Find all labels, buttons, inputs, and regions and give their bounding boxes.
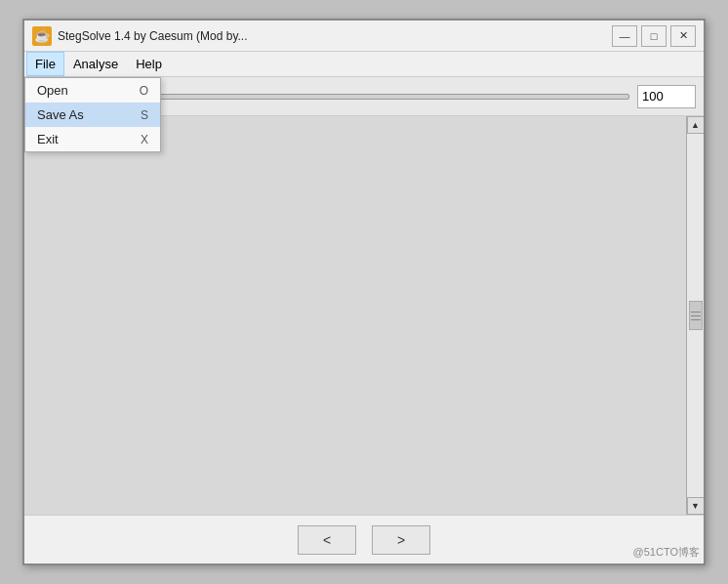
close-button[interactable]: ✕ — [670, 25, 696, 47]
maximize-button[interactable]: □ — [641, 25, 667, 47]
menu-file-saveas-shortcut: S — [141, 108, 148, 122]
scrollbar-track[interactable] — [687, 134, 704, 497]
minimize-button[interactable]: — — [612, 25, 637, 47]
main-window: ☕ StegSolve 1.4 by Caesum (Mod by... — □… — [22, 19, 706, 565]
scrollbar-line-3 — [691, 319, 701, 320]
menu-help[interactable]: Help — [127, 52, 171, 76]
content-area — [24, 116, 686, 515]
menu-file-saveas[interactable]: Save As S — [25, 103, 160, 127]
prev-button[interactable]: < — [298, 525, 356, 555]
menu-file-open[interactable]: Open O — [25, 78, 160, 103]
title-bar-controls: — □ ✕ — [612, 25, 696, 47]
menu-file-exit-shortcut: X — [141, 133, 148, 146]
scrollbar-vertical: ▲ ▼ — [686, 116, 704, 515]
menu-analyse[interactable]: Analyse — [64, 52, 127, 76]
app-icon: ☕ — [32, 26, 52, 46]
title-bar: ☕ StegSolve 1.4 by Caesum (Mod by... — □… — [24, 21, 704, 52]
slider-value-input[interactable] — [637, 85, 696, 108]
menu-file[interactable]: File — [26, 52, 64, 76]
menu-file-exit[interactable]: Exit X — [25, 127, 160, 151]
scrollbar-down-btn[interactable]: ▼ — [687, 497, 705, 515]
scrollbar-up-btn[interactable]: ▲ — [687, 116, 705, 134]
menu-file-saveas-label: Save As — [37, 107, 84, 122]
scrollbar-line-1 — [691, 312, 701, 313]
menu-file-exit-label: Exit — [37, 132, 59, 146]
scrollbar-line-2 — [691, 315, 701, 316]
scrollbar-thumb[interactable] — [689, 301, 703, 330]
next-button[interactable]: > — [372, 525, 430, 555]
file-dropdown: Open O Save As S Exit X — [24, 77, 161, 152]
bottom-bar: < > — [24, 515, 704, 563]
menu-bar: File Analyse Help Open O Save As S Exit … — [24, 52, 704, 77]
window-title: StegSolve 1.4 by Caesum (Mod by... — [58, 29, 612, 43]
main-content: ▲ ▼ — [24, 116, 704, 515]
menu-file-open-shortcut: O — [140, 84, 148, 98]
menu-file-open-label: Open — [37, 83, 68, 98]
